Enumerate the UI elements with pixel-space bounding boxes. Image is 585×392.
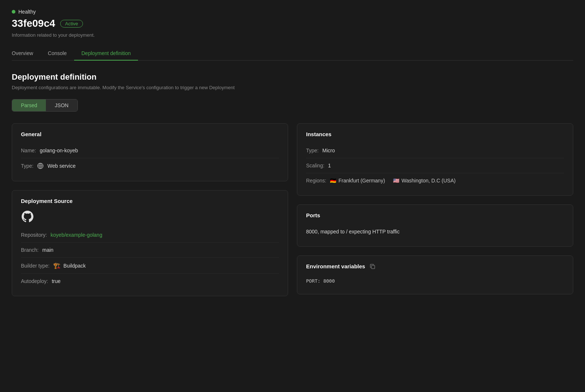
toggle-json[interactable]: JSON	[46, 99, 77, 111]
instances-type-label: Type:	[306, 148, 319, 153]
deployment-source-card-title: Deployment Source	[21, 198, 279, 204]
health-dot	[12, 10, 15, 14]
source-builder-value: Buildpack	[63, 263, 86, 269]
source-repository-label: Repository:	[21, 232, 47, 238]
copy-icon[interactable]	[370, 264, 375, 269]
instances-regions-label: Regions:	[306, 178, 326, 184]
general-type-value: Web service	[47, 163, 76, 169]
instances-type-value: Micro	[322, 148, 335, 153]
general-name-row: Name: golang-on-koyeb	[21, 143, 279, 158]
deployment-subtitle: Information related to your deployment.	[12, 32, 573, 38]
health-indicator: Healthy	[12, 9, 573, 15]
general-card: General Name: golang-on-koyeb Type: Web …	[12, 123, 288, 181]
source-builder-label: Builder type:	[21, 263, 50, 269]
deployment-title-row: 33fe09c4 Active	[12, 18, 573, 29]
active-badge: Active	[60, 20, 83, 28]
tab-console[interactable]: Console	[40, 47, 74, 61]
general-name-label: Name:	[21, 148, 36, 153]
instances-card-title: Instances	[306, 131, 564, 137]
globe-icon	[37, 163, 44, 169]
region-washington: 🇺🇸 Washington, D.C (USA)	[393, 178, 455, 184]
section-title: Deployment definition	[12, 72, 573, 82]
right-column: Instances Type: Micro Scaling: 1 Regions…	[297, 123, 573, 296]
env-card-title-row: Environment variables	[306, 263, 564, 269]
deployment-source-card: Deployment Source Repository: koyeb/exam…	[12, 190, 288, 296]
region-washington-name: Washington, D.C (USA)	[401, 178, 455, 184]
region-frankfurt: 🇩🇪 Frankfurt (Germany)	[330, 178, 385, 184]
instances-scaling-value: 1	[328, 163, 331, 168]
general-type-row: Type: Web service	[21, 158, 279, 174]
instances-scaling-label: Scaling:	[306, 163, 324, 168]
source-branch-row: Branch: main	[21, 243, 279, 258]
health-text: Healthy	[18, 9, 36, 15]
flag-germany: 🇩🇪	[330, 178, 336, 184]
instances-regions-row: Regions: 🇩🇪 Frankfurt (Germany) 🇺🇸 Washi…	[306, 173, 564, 188]
env-var-port: PORT: 8000	[306, 275, 564, 287]
instances-type-row: Type: Micro	[306, 143, 564, 158]
tab-deployment-definition[interactable]: Deployment definition	[74, 47, 138, 61]
tabs: Overview Console Deployment definition	[12, 47, 573, 61]
source-autodeploy-value: true	[52, 278, 61, 284]
source-builder-row: Builder type: 🏗️ Buildpack	[21, 258, 279, 274]
source-branch-label: Branch:	[21, 247, 39, 253]
section-subtitle: Deployment configurations are immutable.…	[12, 85, 573, 90]
svg-rect-4	[371, 265, 375, 269]
env-var-key: PORT:	[306, 278, 323, 284]
source-repository-row: Repository: koyeb/example-golang	[21, 228, 279, 243]
toggle-group: Parsed JSON	[12, 99, 78, 112]
env-card-title: Environment variables	[306, 263, 365, 269]
env-card: Environment variables PORT: 8000	[297, 255, 573, 294]
ports-card-title: Ports	[306, 212, 564, 218]
github-icon	[21, 210, 34, 223]
general-name-value: golang-on-koyeb	[40, 148, 78, 153]
general-type-label: Type:	[21, 163, 33, 169]
ports-value: 8000, mapped to / expecting HTTP traffic	[306, 229, 400, 235]
toggle-parsed[interactable]: Parsed	[12, 99, 46, 111]
deployment-id: 33fe09c4	[12, 18, 55, 29]
ports-card: Ports 8000, mapped to / expecting HTTP t…	[297, 204, 573, 247]
env-var-value: 8000	[323, 278, 335, 284]
buildpack-icon: 🏗️	[53, 262, 61, 269]
tab-overview[interactable]: Overview	[12, 47, 40, 61]
instances-card: Instances Type: Micro Scaling: 1 Regions…	[297, 123, 573, 196]
source-autodeploy-row: Autodeploy: true	[21, 274, 279, 288]
flag-usa: 🇺🇸	[393, 178, 399, 184]
ports-value-row: 8000, mapped to / expecting HTTP traffic	[306, 224, 564, 239]
region-frankfurt-name: Frankfurt (Germany)	[338, 178, 385, 184]
instances-scaling-row: Scaling: 1	[306, 158, 564, 173]
general-card-title: General	[21, 131, 279, 137]
source-repository-value[interactable]: koyeb/example-golang	[51, 232, 102, 238]
source-autodeploy-label: Autodeploy:	[21, 278, 48, 284]
source-branch-value: main	[42, 247, 53, 253]
left-column: General Name: golang-on-koyeb Type: Web …	[12, 123, 288, 296]
content-grid: General Name: golang-on-koyeb Type: Web …	[12, 123, 573, 296]
